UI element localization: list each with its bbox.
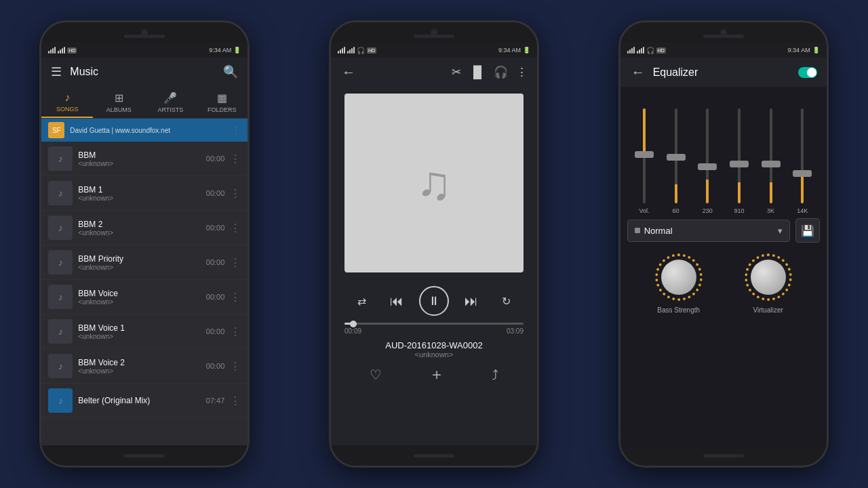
song-info: Belter (Original Mix) — [78, 396, 200, 405]
featured-more-icon: ⋮ — [231, 125, 241, 136]
song-duration: 00:00 — [206, 258, 225, 266]
signal-bar — [347, 51, 349, 54]
eq-thumb-3k[interactable] — [762, 161, 781, 167]
repeat-button[interactable]: ↻ — [493, 288, 519, 314]
shuffle-button[interactable]: ⇄ — [349, 288, 375, 314]
phone-speaker-top-3 — [703, 35, 744, 38]
eq-slider-60: 60 — [664, 108, 688, 214]
tab-artists[interactable]: 🎤 ARTISTS — [144, 86, 196, 118]
preset-value: Normal — [644, 226, 673, 236]
list-item[interactable]: ♪ BBM Voice <unknown> 00:00 ⋮ — [41, 280, 248, 314]
eq-fill-top-vol — [643, 108, 646, 151]
track-info: AUD-20161028-WA0002 <unknown> — [344, 340, 524, 359]
song-name: BBM Voice 2 — [78, 358, 200, 367]
music-note-icon: ♫ — [416, 156, 452, 210]
control-buttons: ⇄ ⏮ ⏸ ⏭ ↻ — [344, 286, 524, 316]
headphone-icon-header[interactable]: 🎧 — [494, 65, 508, 79]
tab-albums[interactable]: ⊞ ALBUMS — [93, 86, 144, 118]
song-thumbnail: ♪ — [48, 146, 73, 171]
virtualizer-knob-ring[interactable] — [745, 253, 792, 301]
back-button[interactable]: ← — [340, 63, 357, 81]
song-more-icon[interactable]: ⋮ — [230, 222, 241, 235]
add-button[interactable]: + — [432, 365, 441, 384]
tab-folders[interactable]: ▦ FOLDERS — [196, 86, 248, 118]
next-button[interactable]: ⏭ — [458, 288, 484, 314]
signal-bar — [340, 49, 341, 54]
song-more-icon[interactable]: ⋮ — [230, 187, 241, 200]
song-artist: <unknown> — [78, 229, 200, 237]
pause-button[interactable]: ⏸ — [419, 286, 449, 316]
scissors-icon[interactable]: ✂ — [452, 65, 461, 79]
bass-knob-ring[interactable] — [655, 253, 703, 301]
eq-save-button[interactable]: 💾 — [795, 218, 820, 243]
song-thumbnail: ♪ — [48, 216, 73, 240]
equalizer-icon[interactable]: ▐▌ — [469, 66, 486, 79]
song-more-icon[interactable]: ⋮ — [230, 256, 241, 269]
signal-bar — [353, 47, 355, 54]
eq-thumb-230[interactable] — [698, 163, 717, 170]
folders-tab-label: FOLDERS — [208, 106, 237, 113]
bass-strength-knob: Bass Strength — [655, 253, 703, 314]
song-duration: 00:00 — [206, 189, 225, 197]
song-artist: <unknown> — [78, 367, 200, 375]
song-thumbnail: ♪ — [48, 319, 73, 344]
status-bar-left-1: HD — [48, 47, 77, 54]
eq-preset-select[interactable]: Normal ▾ — [627, 220, 790, 242]
song-name: BBM Priority — [78, 254, 200, 264]
song-more-icon[interactable]: ⋮ — [230, 152, 241, 165]
eq-slider-230: 230 — [695, 108, 719, 214]
music-tabs: ♪ SONGS ⊞ ALBUMS 🎤 ARTISTS ▦ FOLDERS — [41, 86, 248, 119]
progress-bar[interactable] — [344, 323, 524, 325]
eq-thumb-14k[interactable] — [793, 170, 812, 177]
signal-icon-5 — [627, 47, 635, 54]
song-info: BBM Voice 2 <unknown> — [78, 358, 200, 375]
search-button[interactable]: 🔍 — [222, 63, 239, 81]
more-options-icon[interactable]: ⋮ — [516, 65, 528, 79]
song-more-icon[interactable]: ⋮ — [230, 394, 241, 407]
phone-top-bezel-2 — [331, 22, 537, 43]
artists-tab-icon: 🎤 — [163, 92, 177, 104]
eq-label-3k: 3K — [767, 207, 774, 214]
list-item[interactable]: ♪ Belter (Original Mix) 07:47 ⋮ — [41, 384, 248, 418]
tab-songs[interactable]: ♪ SONGS — [41, 86, 93, 118]
featured-thumbnail: SF — [48, 122, 64, 138]
eq-slider-14k: 14K — [790, 108, 814, 214]
eq-fill-bottom-60 — [675, 184, 677, 203]
eq-thumb-60[interactable] — [667, 154, 686, 161]
list-item[interactable]: ♪ BBM Priority <unknown> 00:00 ⋮ — [41, 245, 248, 280]
song-more-icon[interactable]: ⋮ — [230, 291, 241, 304]
status-time-1: 9:34 AM — [209, 47, 231, 54]
song-artist: <unknown> — [78, 160, 200, 167]
signal-bar — [349, 49, 351, 54]
signal-bar — [641, 48, 642, 54]
albums-tab-icon: ⊞ — [115, 92, 123, 104]
song-info: BBM <unknown> — [78, 150, 200, 167]
menu-button[interactable]: ☰ — [50, 63, 63, 81]
eq-back-button[interactable]: ← — [630, 63, 646, 81]
list-item[interactable]: ♪ BBM <unknown> 00:00 ⋮ — [41, 142, 248, 176]
phone-speaker-bottom-3 — [703, 454, 744, 458]
eq-header: ← Equalizer — [620, 58, 827, 87]
song-duration: 00:00 — [206, 155, 225, 163]
eq-thumb-910[interactable] — [730, 161, 749, 167]
song-more-icon[interactable]: ⋮ — [230, 360, 241, 373]
phone-top-bezel — [41, 22, 248, 43]
progress-fill — [344, 323, 353, 325]
status-bar-3: 🎧 HD 9:34 AM 🔋 — [620, 43, 827, 58]
featured-song-item[interactable]: SF David Guetta | www.soundfox.net ⋮ — [41, 119, 248, 142]
headphone-icon: 🎧 — [357, 47, 365, 54]
bass-knob-inner — [661, 260, 696, 295]
artists-tab-label: ARTISTS — [157, 106, 183, 113]
list-item[interactable]: ♪ BBM 1 <unknown> 00:00 ⋮ — [41, 176, 248, 211]
favorite-button[interactable]: ♡ — [370, 367, 382, 383]
share-button[interactable]: ⤴ — [492, 367, 498, 383]
eq-slider-3k: 3K — [759, 108, 783, 214]
signal-bar — [54, 47, 56, 54]
list-item[interactable]: ♪ BBM Voice 1 <unknown> 00:00 ⋮ — [41, 314, 248, 349]
list-item[interactable]: ♪ BBM 2 <unknown> 00:00 ⋮ — [41, 211, 248, 245]
eq-thumb-vol[interactable] — [635, 151, 654, 158]
eq-toggle[interactable] — [798, 67, 817, 78]
list-item[interactable]: ♪ BBM Voice 2 <unknown> 00:00 ⋮ — [41, 349, 248, 384]
previous-button[interactable]: ⏮ — [384, 288, 410, 314]
song-more-icon[interactable]: ⋮ — [230, 325, 241, 338]
